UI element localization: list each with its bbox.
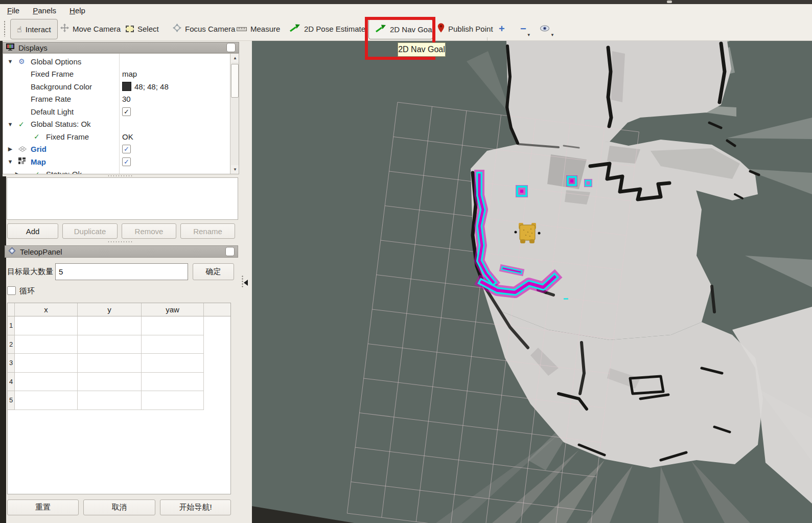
check-icon: ✓ [34, 170, 40, 174]
teleop-panel-header: TeleopPanel [5, 245, 238, 258]
column-header-y: y [78, 303, 142, 316]
menu-file[interactable]: File [7, 6, 19, 15]
collapse-expander[interactable]: ▼ [7, 158, 13, 165]
tree-row-fixed-frame[interactable]: Fixed Frame map [3, 68, 239, 81]
collapse-expander[interactable]: ▼ [7, 58, 13, 64]
table-cell[interactable] [78, 391, 142, 410]
gear-icon: ⚙ [18, 57, 25, 65]
tree-row-frame-rate[interactable]: Frame Rate 30 [3, 93, 239, 106]
start-navigation-button[interactable]: 开始导航! [160, 499, 231, 515]
publish-point-tool-button[interactable]: Publish Point [437, 19, 493, 38]
loop-checkbox[interactable] [7, 286, 16, 295]
add-tool-button[interactable]: + [499, 19, 505, 38]
3d-viewport[interactable] [252, 41, 812, 523]
confirm-button[interactable]: 确定 [193, 263, 234, 280]
reset-button[interactable]: 重置 [7, 499, 79, 515]
add-display-button[interactable]: Add [7, 223, 58, 239]
scroll-down-icon[interactable]: ▼ [231, 165, 239, 174]
scrollbar-thumb[interactable] [231, 64, 239, 98]
panel-diamond-icon [8, 247, 16, 256]
remove-tool-button[interactable]: − ▼ [520, 19, 526, 38]
displays-tree: ▼ ⚙ Global Options Fixed Frame map Backg… [3, 53, 239, 174]
table-cell[interactable] [15, 316, 78, 335]
map-display-icon [18, 157, 26, 166]
table-cell[interactable] [78, 316, 142, 335]
3d-viewport-canvas[interactable] [252, 41, 812, 523]
max-targets-label: 目标最大数量 [7, 263, 53, 280]
tree-row-map[interactable]: ▼ Map ✓ [3, 155, 239, 168]
row-header-2: 2 [8, 335, 15, 354]
toolbar-drag-handle[interactable] [4, 20, 6, 37]
max-targets-input[interactable] [55, 263, 188, 280]
pose-estimate-tool-button[interactable]: 2D Pose Estimate [289, 19, 365, 38]
focus-camera-tool-button[interactable]: Focus Camera [173, 19, 235, 38]
map-checkbox[interactable]: ✓ [122, 157, 131, 166]
splitter-handle[interactable] [107, 241, 133, 243]
fixed-frame-status-value: OK [122, 132, 133, 141]
check-icon: ✓ [34, 132, 40, 141]
waypoint-table: x y yaw 1 2 3 4 5 [7, 303, 231, 494]
collapse-expander[interactable]: ▼ [7, 121, 13, 127]
tree-row-default-light[interactable]: Default Light ✓ [3, 105, 239, 118]
scroll-up-icon[interactable]: ▲ [231, 54, 239, 62]
obstacle-single [584, 179, 592, 187]
table-cell[interactable] [15, 354, 78, 373]
move-camera-tool-button[interactable]: Move Camera [60, 19, 121, 38]
chevron-down-icon[interactable]: ▼ [550, 33, 554, 37]
table-corner-header [8, 303, 15, 316]
chevron-down-icon[interactable]: ▼ [527, 33, 531, 37]
table-cell[interactable] [15, 391, 78, 410]
column-header-yaw: yaw [142, 303, 204, 316]
remove-display-button: Remove [122, 223, 176, 239]
displays-icon [6, 43, 14, 52]
tree-row-map-status[interactable]: ▶ ✓ Status: Ok [3, 168, 239, 175]
table-cell[interactable] [15, 335, 78, 354]
select-tool-button[interactable]: Select [126, 19, 159, 38]
table-cell[interactable] [142, 316, 204, 335]
table-cell[interactable] [142, 373, 204, 392]
teleop-panel-checkbox[interactable] [225, 247, 235, 256]
measure-tool-button[interactable]: Measure [237, 19, 280, 38]
table-cell[interactable] [78, 373, 142, 392]
cancel-button[interactable]: 取消 [83, 499, 155, 515]
splitter-handle[interactable] [107, 175, 133, 177]
table-cell[interactable] [142, 391, 204, 410]
green-arrow-icon [289, 24, 300, 34]
rename-display-button: Rename [180, 223, 235, 239]
table-cell[interactable] [142, 354, 204, 373]
table-header-filler [204, 303, 230, 316]
color-swatch [122, 82, 131, 91]
interact-tool-button[interactable]: ☝ Interact [10, 19, 58, 39]
table-cell[interactable] [15, 373, 78, 392]
grid-checkbox[interactable]: ✓ [122, 145, 131, 153]
panel-splitter-grip[interactable] [242, 275, 243, 288]
tree-row-grid[interactable]: ▶ Grid ✓ [3, 143, 239, 156]
visibility-tool-button[interactable]: ▼ [540, 19, 550, 38]
displays-panel-checkbox[interactable] [226, 43, 236, 52]
background-color-value[interactable]: 48; 48; 48 [122, 82, 169, 91]
default-light-checkbox[interactable]: ✓ [122, 107, 131, 116]
fixed-frame-value[interactable]: map [122, 70, 137, 78]
tree-scrollbar[interactable]: ▲ ▼ [230, 54, 239, 174]
tree-row-global-options[interactable]: ▼ ⚙ Global Options [3, 55, 239, 68]
menubar: File Panels Help [0, 4, 812, 17]
tree-row-global-status[interactable]: ▼ ✓ Global Status: Ok [3, 118, 239, 131]
expand-expander[interactable]: ▶ [7, 146, 13, 152]
window-edge [0, 176, 6, 523]
table-cell[interactable] [142, 335, 204, 354]
grid-display-icon [18, 145, 27, 153]
table-cell[interactable] [78, 354, 142, 373]
frame-rate-value[interactable]: 30 [122, 95, 131, 103]
minus-icon: − [520, 24, 526, 34]
collapse-panel-icon[interactable] [244, 280, 248, 286]
displays-panel-header: Displays [3, 42, 239, 53]
check-icon: ✓ [18, 120, 25, 128]
row-header-5: 5 [8, 391, 15, 410]
menu-panels[interactable]: Panels [33, 6, 56, 15]
table-cell[interactable] [78, 335, 142, 354]
expand-expander[interactable]: ▶ [14, 171, 20, 174]
menu-help[interactable]: Help [69, 6, 85, 15]
window-titlebar [0, 0, 812, 4]
tree-row-background-color[interactable]: Background Color 48; 48; 48 [3, 80, 239, 93]
tree-row-fixed-frame-status[interactable]: ✓ Fixed Frame OK [3, 130, 239, 143]
